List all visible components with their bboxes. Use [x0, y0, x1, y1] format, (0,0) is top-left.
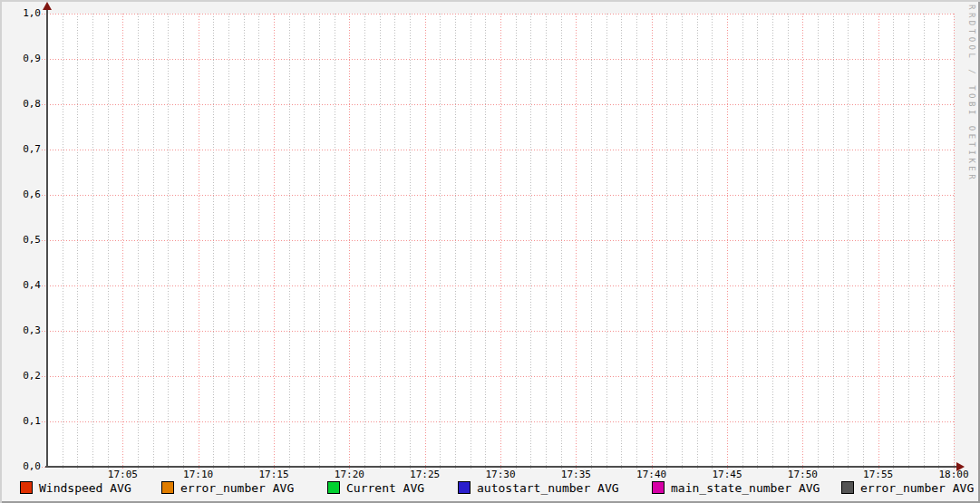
y-tick-label: 0,5	[0, 234, 41, 246]
x-tick-label: 17:15	[248, 469, 299, 480]
y-axis-arrow-icon	[43, 2, 52, 10]
minor-vertical-gridline	[183, 14, 184, 470]
legend-label: Windspeed AVG	[39, 482, 131, 495]
minor-vertical-gridline	[833, 14, 834, 470]
minor-vertical-gridline	[153, 14, 154, 470]
legend-swatch	[652, 481, 665, 494]
major-vertical-gridline	[199, 14, 199, 470]
major-horizontal-gridline	[42, 240, 954, 241]
minor-vertical-gridline	[561, 14, 562, 470]
minor-vertical-gridline	[546, 14, 547, 470]
minor-vertical-gridline	[863, 14, 864, 470]
major-vertical-gridline	[878, 14, 879, 470]
minor-vertical-gridline	[924, 14, 925, 470]
minor-vertical-gridline	[63, 14, 63, 470]
major-vertical-gridline	[652, 14, 653, 470]
minor-vertical-gridline	[364, 14, 365, 470]
x-axis-line	[45, 466, 958, 468]
x-tick-label: 17:45	[702, 469, 752, 480]
y-tick-label: 0,0	[0, 460, 41, 472]
y-axis-line	[46, 7, 48, 468]
minor-vertical-gridline	[440, 14, 441, 470]
minor-vertical-gridline	[108, 14, 109, 470]
x-tick-label: 17:35	[550, 469, 601, 480]
major-vertical-gridline	[274, 14, 275, 470]
x-tick-label: 17:05	[97, 469, 148, 480]
minor-vertical-gridline	[772, 14, 773, 470]
legend-swatch	[841, 481, 854, 494]
minor-vertical-gridline	[455, 14, 456, 470]
x-tick-label: 17:20	[324, 469, 374, 480]
legend-label: Current AVG	[346, 482, 424, 495]
major-horizontal-gridline	[42, 150, 954, 150]
rrdtool-graph: 1,00,90,80,70,60,50,40,30,20,10,0 17:051…	[0, 0, 980, 503]
major-vertical-gridline	[802, 14, 803, 470]
minor-vertical-gridline	[712, 14, 713, 470]
minor-vertical-gridline	[516, 14, 517, 470]
legend-label: main_state_number AVG	[671, 482, 820, 495]
minor-vertical-gridline	[213, 14, 214, 470]
x-tick-label: 18:00	[928, 469, 979, 480]
major-horizontal-gridline	[42, 331, 954, 332]
legend-swatch	[20, 481, 33, 494]
legend-label: error_number AVG	[180, 482, 294, 495]
y-tick-label: 0,6	[0, 189, 41, 200]
major-vertical-gridline	[349, 14, 350, 470]
x-tick-label: 17:50	[777, 469, 828, 480]
y-tick-label: 0,2	[0, 370, 41, 382]
minor-vertical-gridline	[138, 14, 139, 470]
minor-vertical-gridline	[818, 14, 819, 470]
minor-vertical-gridline	[304, 14, 305, 470]
minor-vertical-gridline	[380, 14, 381, 470]
major-horizontal-gridline	[42, 59, 954, 60]
major-vertical-gridline	[954, 14, 955, 470]
major-horizontal-gridline	[42, 285, 954, 286]
minor-vertical-gridline	[621, 14, 622, 470]
y-tick-label: 1,0	[0, 7, 41, 19]
x-tick-label: 17:30	[475, 469, 526, 480]
major-horizontal-gridline	[42, 376, 954, 377]
minor-vertical-gridline	[893, 14, 894, 470]
major-vertical-gridline	[425, 14, 426, 470]
minor-vertical-gridline	[848, 14, 849, 470]
minor-vertical-gridline	[682, 14, 683, 470]
x-axis-arrow-icon	[956, 462, 965, 471]
minor-vertical-gridline	[228, 14, 229, 470]
minor-vertical-gridline	[788, 14, 789, 470]
y-tick-label: 0,9	[0, 53, 41, 64]
minor-vertical-gridline	[77, 14, 78, 470]
minor-vertical-gridline	[289, 14, 290, 470]
minor-vertical-gridline	[697, 14, 698, 470]
legend-label: autostart_number AVG	[477, 482, 619, 495]
minor-vertical-gridline	[394, 14, 395, 470]
minor-vertical-gridline	[410, 14, 411, 470]
major-vertical-gridline	[576, 14, 577, 470]
minor-vertical-gridline	[335, 14, 335, 470]
minor-vertical-gridline	[471, 14, 471, 470]
y-tick-label: 0,3	[0, 324, 41, 336]
y-tick-label: 0,1	[0, 415, 41, 427]
minor-vertical-gridline	[244, 14, 245, 470]
legend-swatch	[161, 481, 174, 494]
x-tick-label: 17:10	[173, 469, 224, 480]
minor-vertical-gridline	[606, 14, 607, 470]
minor-vertical-gridline	[319, 14, 320, 470]
major-horizontal-gridline	[42, 421, 954, 422]
minor-vertical-gridline	[92, 14, 93, 470]
minor-vertical-gridline	[757, 14, 758, 470]
legend-swatch	[327, 481, 340, 494]
major-horizontal-gridline	[42, 195, 954, 196]
major-vertical-gridline	[122, 14, 123, 470]
minor-vertical-gridline	[591, 14, 592, 470]
legend-swatch	[458, 481, 471, 494]
legend-label: error_number AVG	[860, 482, 974, 495]
x-tick-label: 17:25	[400, 469, 451, 480]
minor-vertical-gridline	[168, 14, 169, 470]
minor-vertical-gridline	[485, 14, 486, 470]
major-horizontal-gridline	[42, 14, 954, 15]
minor-vertical-gridline	[666, 14, 667, 470]
y-tick-label: 0,8	[0, 98, 41, 110]
x-tick-label: 17:40	[626, 469, 677, 480]
minor-vertical-gridline	[258, 14, 259, 470]
x-tick-label: 17:55	[853, 469, 904, 480]
